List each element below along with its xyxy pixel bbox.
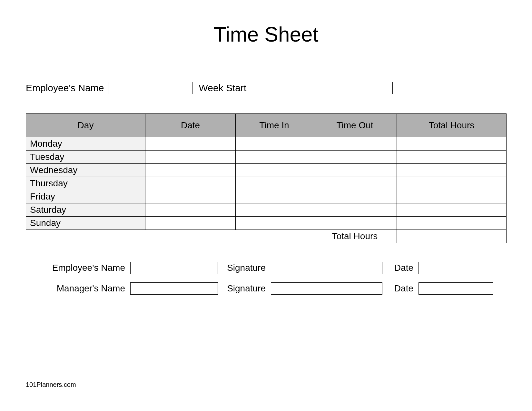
- timesheet-table: Day Date Time In Time Out Total Hours Mo…: [26, 113, 507, 243]
- header-time-out: Time Out: [313, 114, 397, 137]
- total-row: Total Hours: [26, 230, 507, 243]
- date-cell[interactable]: [145, 190, 236, 203]
- employee-signature-input[interactable]: [271, 262, 382, 274]
- total-hours-value[interactable]: [397, 230, 507, 243]
- total-hours-cell[interactable]: [397, 203, 507, 217]
- header-total-hours: Total Hours: [397, 114, 507, 137]
- manager-signature-input[interactable]: [271, 282, 382, 295]
- time-out-cell[interactable]: [313, 164, 397, 177]
- date-cell[interactable]: [145, 203, 236, 217]
- total-hours-cell[interactable]: [397, 151, 507, 164]
- total-hours-cell[interactable]: [397, 177, 507, 190]
- time-out-cell[interactable]: [313, 137, 397, 151]
- time-in-cell[interactable]: [236, 164, 313, 177]
- employee-date-label: Date: [392, 263, 415, 273]
- date-cell[interactable]: [145, 164, 236, 177]
- total-hours-cell[interactable]: [397, 137, 507, 151]
- signature-section: Employee's Name Signature Date Manager's…: [26, 262, 506, 295]
- date-cell[interactable]: [145, 151, 236, 164]
- table-row: Sunday: [26, 217, 507, 230]
- time-out-cell[interactable]: [313, 177, 397, 190]
- table-row: Wednesday: [26, 164, 507, 177]
- time-in-cell[interactable]: [236, 203, 313, 217]
- total-hours-cell[interactable]: [397, 217, 507, 230]
- day-cell: Sunday: [26, 217, 145, 230]
- footer-credit: 101Planners.com: [26, 381, 76, 388]
- table-row: Thursday: [26, 177, 507, 190]
- time-in-cell[interactable]: [236, 177, 313, 190]
- employee-name-input[interactable]: [109, 82, 192, 94]
- page-title: Time Sheet: [26, 23, 506, 46]
- header-time-in: Time In: [236, 114, 313, 137]
- manager-date-input[interactable]: [419, 282, 493, 295]
- time-in-cell[interactable]: [236, 151, 313, 164]
- date-cell[interactable]: [145, 137, 236, 151]
- total-hours-cell[interactable]: [397, 190, 507, 203]
- table-row: Tuesday: [26, 151, 507, 164]
- day-cell: Thursday: [26, 177, 145, 190]
- table-header-row: Day Date Time In Time Out Total Hours: [26, 114, 507, 137]
- time-in-cell[interactable]: [236, 217, 313, 230]
- day-cell: Friday: [26, 190, 145, 203]
- time-out-cell[interactable]: [313, 190, 397, 203]
- header-day: Day: [26, 114, 145, 137]
- employee-name-label: Employee's Name: [26, 83, 104, 93]
- week-start-input[interactable]: [251, 82, 393, 94]
- date-cell[interactable]: [145, 217, 236, 230]
- day-cell: Saturday: [26, 203, 145, 217]
- table-row: Monday: [26, 137, 507, 151]
- day-cell: Tuesday: [26, 151, 145, 164]
- employee-date-input[interactable]: [419, 262, 493, 274]
- manager-sign-row: Manager's Name Signature Date: [26, 282, 506, 295]
- manager-date-label: Date: [392, 283, 415, 294]
- table-row: Saturday: [26, 203, 507, 217]
- top-fields: Employee's Name Week Start: [26, 82, 506, 94]
- day-cell: Monday: [26, 137, 145, 151]
- manager-name-sign-label: Manager's Name: [37, 283, 127, 294]
- total-hours-label: Total Hours: [313, 230, 397, 243]
- time-in-cell[interactable]: [236, 137, 313, 151]
- employee-sign-row: Employee's Name Signature Date: [26, 262, 506, 274]
- time-out-cell[interactable]: [313, 203, 397, 217]
- employee-name-sign-input[interactable]: [130, 262, 218, 274]
- employee-name-sign-label: Employee's Name: [37, 263, 127, 273]
- week-start-label: Week Start: [199, 83, 247, 93]
- table-row: Friday: [26, 190, 507, 203]
- date-cell[interactable]: [145, 177, 236, 190]
- employee-signature-label: Signature: [224, 263, 268, 273]
- manager-name-sign-input[interactable]: [130, 282, 218, 295]
- time-out-cell[interactable]: [313, 217, 397, 230]
- time-out-cell[interactable]: [313, 151, 397, 164]
- total-hours-cell[interactable]: [397, 164, 507, 177]
- day-cell: Wednesday: [26, 164, 145, 177]
- header-date: Date: [145, 114, 236, 137]
- time-in-cell[interactable]: [236, 190, 313, 203]
- manager-signature-label: Signature: [224, 283, 268, 294]
